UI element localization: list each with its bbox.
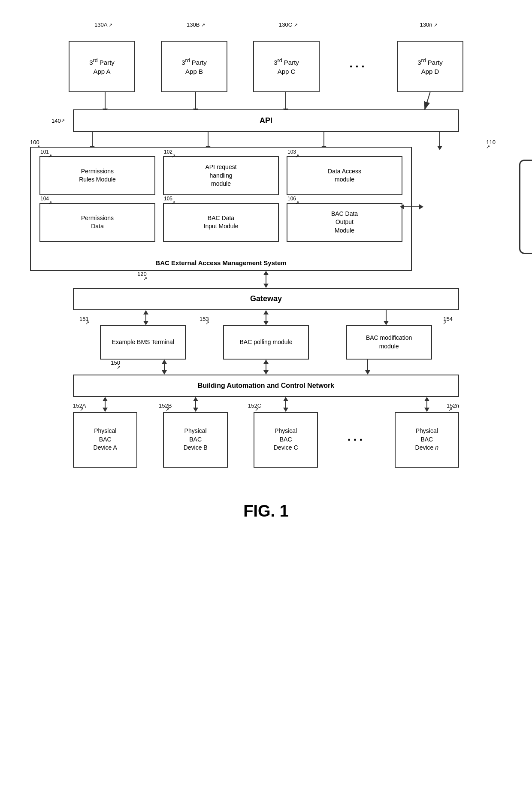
gateway-bar: Gateway — [73, 288, 459, 310]
gateway-to-bms-arrows — [73, 310, 459, 325]
modules-grid: 101 ↗ PermissionsRules Module 102 ↗ API … — [31, 148, 411, 259]
mod-104-text: PermissionsData — [81, 214, 114, 231]
bacnet-text: Building Automation and Control Network — [198, 382, 335, 390]
mod-103-text: Data Accessmodule — [328, 167, 361, 184]
bms-to-bacnet-arrows: 150 ↗ — [73, 360, 459, 375]
mod-102: 102 ↗ API requesthandlingmodule — [163, 156, 279, 195]
bms-row: 151 ↗ 153 ↗ 154 ↗ Example BMS Terminal B… — [73, 325, 459, 360]
phys-c-box: PhysicalBACDevice C — [254, 412, 318, 468]
mod-104: 104 ↗ PermissionsData — [39, 203, 155, 242]
mod-102-text: API requesthandlingmodule — [205, 163, 236, 188]
fig-label: FIG. 1 — [9, 502, 523, 520]
label-130C: 130C — [279, 21, 292, 28]
app-a-text: 3rd PartyApp A — [89, 57, 115, 76]
mod-106: 106 ↗ BAC DataOutputModule — [287, 203, 402, 242]
gateway-wrapper: Gateway — [73, 288, 459, 310]
label-130n: 130n — [420, 21, 432, 28]
down-arrows-to-api — [73, 92, 459, 109]
app-d-text: 3rd PartyApp D — [417, 57, 443, 76]
api-bar: API — [73, 109, 459, 132]
system-to-gateway-arrow: 120 ↗ — [73, 271, 459, 288]
label-140: 140 — [51, 118, 61, 124]
app-b-box: 3rd PartyApp B — [161, 41, 227, 92]
app-b-text: 3rd PartyApp B — [181, 57, 207, 76]
gateway-text: Gateway — [250, 294, 282, 303]
main-system-box: 101 ↗ PermissionsRules Module 102 ↗ API … — [30, 147, 412, 271]
phys-a-text: PhysicalBACDevice A — [94, 427, 117, 452]
h-arrow-store — [400, 205, 423, 209]
api-wrapper: 140 ↗ API — [73, 109, 459, 132]
bms-terminal-text: Example BMS Terminal — [112, 338, 174, 347]
app-c-box: 3rd PartyApp C — [253, 41, 320, 92]
mod-106-text: BAC DataOutputModule — [331, 210, 358, 235]
bms-terminal-box: Example BMS Terminal — [100, 325, 186, 360]
phys-n-text: PhysicalBACDevice n — [415, 427, 438, 452]
phys-b-box: PhysicalBACDevice B — [163, 412, 227, 468]
main-system-wrapper: 100 ↗ 110 ↗ 101 ↗ PermissionsRules Modul… — [30, 147, 502, 271]
physical-row: 152A ↗ 152B ↗ 152C ↗ 152n ↗ PhysicalBACD… — [73, 412, 459, 468]
mod-105: 105 ↗ BAC DataInput Module — [163, 203, 279, 242]
bacnet-wrapper: Building Automation and Control Network — [73, 375, 459, 397]
bac-mod-text: BAC modificationmodule — [366, 334, 412, 351]
bac-polling-box: BAC polling module — [223, 325, 309, 360]
bacnet-to-phys-arrows — [73, 397, 459, 412]
diagram-container: 130A ↗ 130B ↗ 130C ↗ 130n ↗ 3rd PartyApp… — [0, 0, 532, 786]
dots-devices: ··· — [344, 412, 369, 468]
system-title: BAC External Access Management System — [31, 259, 411, 270]
phys-n-box: PhysicalBACDevice n — [395, 412, 459, 468]
app-c-text: 3rd PartyApp C — [274, 57, 299, 76]
mod-105-text: BAC DataInput Module — [204, 214, 239, 231]
phys-c-text: PhysicalBACDevice C — [274, 427, 298, 452]
api-to-system-arrows — [73, 132, 459, 147]
mod-101: 101 ↗ PermissionsRules Module — [39, 156, 155, 195]
phys-b-text: PhysicalBACDevice B — [184, 427, 208, 452]
dots-apps: ··· — [345, 41, 371, 92]
phys-a-box: PhysicalBACDevice A — [73, 412, 137, 468]
apps-row: 3rd PartyApp A 3rd PartyApp B 3rd PartyA… — [9, 41, 523, 92]
bac-polling-text: BAC polling module — [240, 338, 293, 347]
app-d-box: 3rd PartyApp D — [397, 41, 463, 92]
bac-data-store: BAC DeviceData Store — [519, 160, 532, 254]
app-a-box: 3rd PartyApp A — [69, 41, 135, 92]
api-text: API — [260, 116, 272, 125]
mod-103: 103 ↗ Data Accessmodule — [287, 156, 402, 195]
label-130A: 130A — [94, 21, 107, 28]
label-130B: 130B — [187, 21, 200, 28]
bacnet-bar: Building Automation and Control Network — [73, 375, 459, 397]
mod-101-text: PermissionsRules Module — [79, 167, 116, 184]
bac-mod-box: BAC modificationmodule — [346, 325, 432, 360]
